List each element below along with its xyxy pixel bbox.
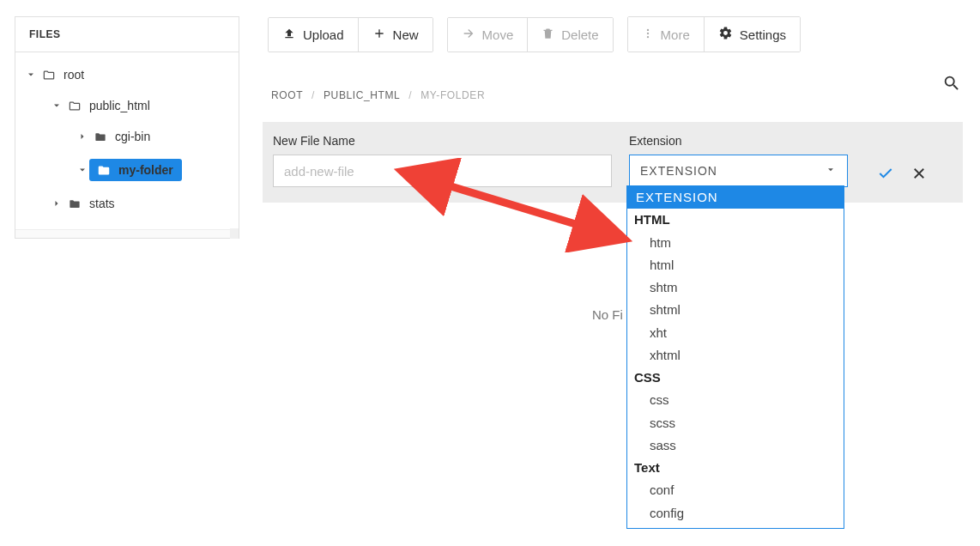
- new-file-panel: New File Name Extension EXTENSION: [263, 122, 963, 203]
- chevron-down-icon[interactable]: [76, 165, 89, 175]
- chevron-down-icon[interactable]: [50, 100, 64, 111]
- folder-icon: [96, 164, 112, 177]
- breadcrumb: ROOT/PUBLIC_HTML/MY-FOLDER: [271, 89, 485, 101]
- dropdown-group: HTML: [627, 209, 844, 231]
- settings-button[interactable]: Settings: [704, 17, 800, 52]
- new-label: New: [393, 27, 419, 42]
- chevron-down-icon[interactable]: [24, 70, 38, 80]
- more-vertical-icon: [642, 27, 654, 43]
- toolbar-group-settings: More Settings: [627, 16, 801, 52]
- dropdown-option-selected[interactable]: EXTENSION: [627, 186, 844, 209]
- dropdown-option[interactable]: shtml: [627, 299, 844, 321]
- toolbar: Upload New Move Delete More: [268, 16, 801, 52]
- svg-point-2: [646, 35, 648, 37]
- folder-icon: [67, 197, 82, 210]
- tree-item-label: my-folder: [118, 163, 173, 177]
- tree-item-root[interactable]: root: [15, 59, 239, 90]
- sidebar: FILES rootpublic_htmlcgi-binmy-foldersta…: [15, 16, 239, 239]
- dropdown-option[interactable]: xhtml: [627, 344, 844, 367]
- dropdown-group: Text: [627, 457, 844, 479]
- extension-field: Extension EXTENSION: [629, 134, 848, 187]
- toolbar-group-file: Upload New: [268, 17, 433, 52]
- cancel-button[interactable]: [911, 166, 927, 181]
- new-button[interactable]: New: [358, 18, 433, 52]
- upload-label: Upload: [303, 27, 344, 42]
- breadcrumb-item: MY-FOLDER: [420, 89, 485, 101]
- dropdown-option[interactable]: config: [627, 502, 844, 525]
- move-button: Move: [448, 18, 528, 52]
- extension-dropdown: EXTENSIONHTMLhtmhtmlshtmshtmlxhtxhtmlCSS…: [626, 185, 844, 529]
- dropdown-option[interactable]: sass: [627, 434, 844, 457]
- dropdown-option[interactable]: scss: [627, 412, 844, 434]
- dropdown-option[interactable]: conf: [627, 479, 844, 501]
- plus-icon: [372, 27, 386, 43]
- trash-icon: [541, 27, 554, 43]
- chevron-right-icon[interactable]: [50, 198, 64, 209]
- sidebar-header: FILES: [15, 17, 239, 52]
- dropdown-option[interactable]: csv: [627, 525, 844, 528]
- breadcrumb-item[interactable]: ROOT: [271, 89, 303, 101]
- tree-item-my-folder[interactable]: my-folder: [15, 155, 230, 185]
- folder-icon: [41, 69, 57, 82]
- dropdown-option[interactable]: htm: [627, 232, 844, 254]
- folder-icon: [67, 100, 82, 112]
- delete-label: Delete: [561, 27, 598, 42]
- chevron-down-icon: [825, 164, 837, 179]
- more-button: More: [628, 17, 704, 52]
- extension-label: Extension: [629, 134, 848, 148]
- breadcrumb-separator: /: [408, 89, 412, 101]
- gear-icon: [718, 26, 733, 43]
- filename-label: New File Name: [273, 134, 612, 148]
- arrow-right-icon: [462, 27, 475, 43]
- empty-state-text: No Fi: [592, 307, 623, 322]
- upload-icon: [282, 27, 296, 43]
- tree-item-label: root: [64, 68, 84, 82]
- file-tree: rootpublic_htmlcgi-binmy-folderstats: [15, 52, 239, 229]
- dropdown-option[interactable]: xht: [627, 322, 844, 344]
- filename-field: New File Name: [273, 134, 612, 187]
- svg-point-0: [646, 28, 648, 30]
- upload-button[interactable]: Upload: [269, 18, 358, 52]
- extension-dropdown-list[interactable]: EXTENSIONHTMLhtmhtmlshtmshtmlxhtxhtmlCSS…: [627, 186, 844, 528]
- breadcrumb-item[interactable]: PUBLIC_HTML: [324, 89, 400, 101]
- tree-item-label: cgi-bin: [115, 130, 150, 143]
- extension-select-value: EXTENSION: [640, 164, 717, 178]
- delete-button: Delete: [527, 18, 612, 52]
- dropdown-option[interactable]: shtm: [627, 276, 844, 299]
- move-label: Move: [482, 27, 514, 42]
- tree-item-cgi-bin[interactable]: cgi-bin: [15, 121, 239, 152]
- sidebar-scrollbar[interactable]: [15, 229, 239, 238]
- dropdown-option[interactable]: css: [627, 389, 844, 411]
- confirm-button[interactable]: [875, 165, 896, 182]
- chevron-right-icon[interactable]: [76, 131, 89, 142]
- search-icon[interactable]: [942, 74, 963, 94]
- toolbar-group-edit: Move Delete: [447, 17, 614, 52]
- settings-label: Settings: [740, 27, 786, 42]
- breadcrumb-separator: /: [312, 89, 315, 101]
- svg-point-1: [646, 32, 648, 33]
- filename-input[interactable]: [273, 155, 612, 187]
- dropdown-group: CSS: [627, 367, 844, 389]
- extension-select[interactable]: EXTENSION: [629, 155, 848, 187]
- folder-icon: [93, 130, 108, 143]
- tree-item-public-html[interactable]: public_html: [15, 90, 239, 121]
- tree-item-label: stats: [89, 197, 115, 210]
- tree-item-stats[interactable]: stats: [15, 188, 239, 219]
- dropdown-option[interactable]: html: [627, 254, 844, 276]
- more-label: More: [661, 27, 690, 42]
- confirm-controls: [875, 165, 927, 187]
- tree-item-label: public_html: [89, 99, 150, 112]
